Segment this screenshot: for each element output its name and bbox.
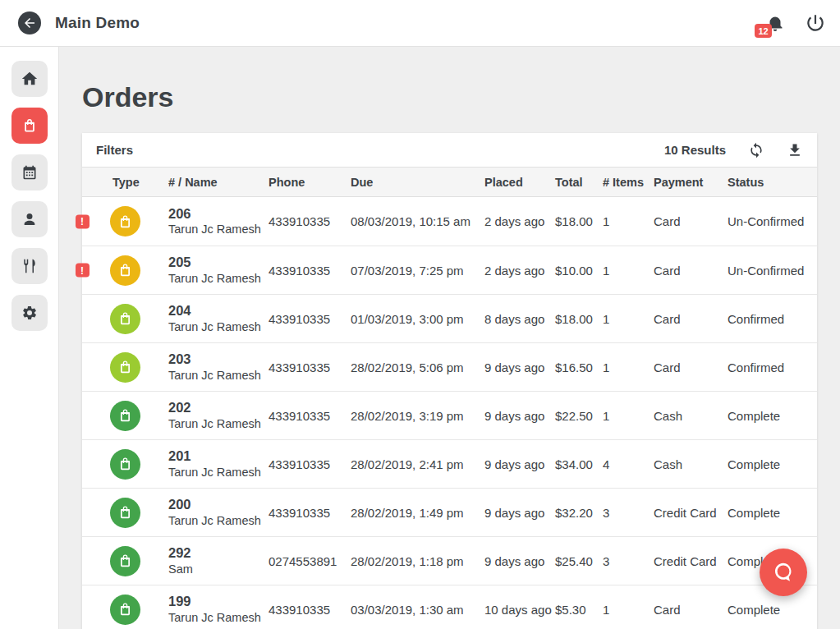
order-number: 292 <box>168 544 269 562</box>
order-status: Complete <box>728 457 817 471</box>
table-row[interactable]: ! 292 Sam 0274553891 28/02/2019, 1:18 pm… <box>82 536 817 585</box>
order-type-icon <box>110 546 140 576</box>
order-items: 1 <box>603 409 654 423</box>
shopping-bag-icon <box>117 213 133 230</box>
table-row[interactable]: ! 205 Tarun Jc Ramesh 433910335 07/03/20… <box>82 246 817 294</box>
table-row[interactable]: ! 204 Tarun Jc Ramesh 433910335 01/03/20… <box>82 294 817 342</box>
order-payment: Card <box>654 264 728 278</box>
shopping-bag-icon <box>21 117 38 135</box>
column-header-payment: Payment <box>654 176 728 189</box>
table-row[interactable]: ! 203 Tarun Jc Ramesh 433910335 28/02/20… <box>82 342 817 391</box>
utensils-icon <box>21 258 38 274</box>
customer-name: Tarun Jc Ramesh <box>168 416 269 432</box>
order-status: Un-Confirmed <box>728 264 817 278</box>
sidebar-item-settings[interactable] <box>11 295 48 331</box>
order-number: 201 <box>168 448 269 465</box>
order-due: 03/03/2019, 1:30 am <box>351 603 484 617</box>
order-phone: 433910335 <box>269 360 351 374</box>
table-row[interactable]: ! 200 Tarun Jc Ramesh 433910335 28/02/20… <box>82 488 817 536</box>
order-placed: 2 days ago <box>484 264 555 278</box>
table-row[interactable]: ! 206 Tarun Jc Ramesh 433910335 08/03/20… <box>82 197 817 246</box>
download-button[interactable] <box>787 142 803 158</box>
order-number: 202 <box>168 399 269 416</box>
customer-name: Tarun Jc Ramesh <box>168 513 269 529</box>
column-header-type: Type <box>82 176 168 189</box>
order-due: 28/02/2019, 5:06 pm <box>351 360 484 374</box>
order-placed: 2 days ago <box>484 214 555 228</box>
order-phone: 433910335 <box>269 457 351 471</box>
person-icon <box>21 211 38 227</box>
order-type-icon <box>110 401 140 431</box>
order-payment: Card <box>654 360 728 374</box>
column-header-due: Due <box>351 176 484 189</box>
order-due: 28/02/2019, 3:19 pm <box>351 409 484 423</box>
sidebar-item-bookings[interactable] <box>11 154 48 191</box>
main-content: Orders Filters 10 Results <box>59 47 840 629</box>
order-status: Complete <box>728 603 817 617</box>
order-items: 4 <box>603 457 654 471</box>
sidebar-item-customers[interactable] <box>11 201 48 237</box>
order-total: $18.00 <box>555 214 603 228</box>
shopping-bag-icon <box>117 359 133 375</box>
order-items: 1 <box>603 603 654 617</box>
order-total: $25.40 <box>555 554 603 568</box>
order-status: Confirmed <box>728 312 817 326</box>
customer-name: Tarun Jc Ramesh <box>168 465 269 480</box>
order-items: 1 <box>603 264 654 278</box>
order-placed: 9 days ago <box>484 457 555 471</box>
order-status: Confirmed <box>728 360 817 374</box>
power-icon <box>805 12 826 34</box>
order-items: 1 <box>603 214 654 228</box>
order-due: 28/02/2019, 1:49 pm <box>351 506 484 520</box>
order-total: $18.00 <box>555 312 603 326</box>
order-type-icon <box>110 498 140 528</box>
order-payment: Credit Card <box>654 506 728 520</box>
shopping-bag-icon <box>117 262 133 278</box>
order-items: 3 <box>603 554 654 568</box>
shopping-bag-icon <box>117 456 133 472</box>
order-total: $32.20 <box>555 506 603 520</box>
home-icon <box>21 70 39 88</box>
order-due: 01/03/2019, 3:00 pm <box>351 312 484 326</box>
sidebar-item-home[interactable] <box>11 61 48 97</box>
column-header-name: # / Name <box>168 176 269 189</box>
order-number: 205 <box>168 254 269 271</box>
order-phone: 433910335 <box>269 312 351 326</box>
order-placed: 10 days ago <box>484 603 555 617</box>
results-count: 10 Results <box>664 143 726 157</box>
table-header-row: Type # / Name Phone Due Placed Total # I… <box>82 167 817 197</box>
shopping-bag-icon <box>117 504 133 521</box>
back-button[interactable] <box>18 11 41 34</box>
order-number: 204 <box>168 302 269 319</box>
order-phone: 433910335 <box>269 214 351 228</box>
customer-name: Tarun Jc Ramesh <box>168 222 269 237</box>
order-due: 08/03/2019, 10:15 am <box>351 214 484 228</box>
sidebar-item-menu[interactable] <box>11 248 48 284</box>
refresh-button[interactable] <box>748 142 764 158</box>
order-items: 1 <box>603 360 654 374</box>
table-row[interactable]: ! 202 Tarun Jc Ramesh 433910335 28/02/20… <box>82 391 817 439</box>
table-row[interactable]: ! 201 Tarun Jc Ramesh 433910335 28/02/20… <box>82 439 817 488</box>
column-header-total: Total <box>555 176 603 189</box>
order-items: 1 <box>603 312 654 326</box>
order-type-icon <box>110 449 140 480</box>
order-type-icon <box>110 206 140 236</box>
table-row[interactable]: ! 199 Tarun Jc Ramesh 433910335 03/03/20… <box>82 585 817 629</box>
alert-badge: ! <box>76 214 90 228</box>
order-number: 200 <box>168 496 269 513</box>
help-chat-button[interactable] <box>760 549 807 596</box>
customer-name: Tarun Jc Ramesh <box>168 610 269 626</box>
shopping-bag-icon <box>117 553 133 569</box>
logout-button[interactable] <box>805 12 826 34</box>
shopping-bag-icon <box>117 407 133 424</box>
customer-name: Sam <box>168 562 269 577</box>
column-header-status: Status <box>728 176 817 189</box>
shopping-bag-icon <box>117 310 133 327</box>
order-placed: 9 days ago <box>484 506 555 520</box>
gear-icon <box>21 305 38 321</box>
sidebar-item-orders[interactable] <box>11 108 48 144</box>
order-number: 199 <box>168 593 269 610</box>
notifications-button[interactable]: 12 <box>765 12 785 34</box>
order-status: Un-Confirmed <box>728 214 817 228</box>
order-total: $34.00 <box>555 457 603 471</box>
